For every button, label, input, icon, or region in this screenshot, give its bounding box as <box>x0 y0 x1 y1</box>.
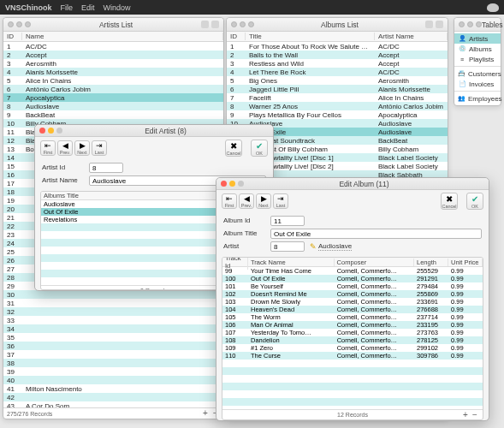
menu-edit[interactable]: Edit <box>81 3 95 12</box>
sidebar-item-artists[interactable]: 👤Artists <box>454 33 501 44</box>
table-row[interactable]: 106Man Or AnimalCornell, Commerfo…233195… <box>222 321 483 329</box>
albums-header: IDTitleArtist Name <box>227 32 448 42</box>
window-controls[interactable] <box>221 181 244 187</box>
table-row[interactable]: 32 <box>3 307 223 316</box>
table-row[interactable]: 37 <box>3 350 223 359</box>
disc-icon: 💿 <box>458 45 466 52</box>
table-row[interactable]: 9Plays Metallica By Four CellosApocalypt… <box>227 110 448 119</box>
table-row[interactable]: 43A Cor Do Som <box>3 401 223 407</box>
nav-first-button[interactable]: ⇤First <box>222 193 237 209</box>
table-row[interactable]: 5Alice In Chains <box>3 76 223 85</box>
window-controls[interactable] <box>231 21 254 27</box>
tables-sidebar: Tables 👤Artists💿Albums≡Playlists📇Custome… <box>454 17 501 106</box>
artists-footer: 275/276 Records +− <box>3 407 223 419</box>
table-row[interactable]: 7Apocalyptica <box>3 93 223 102</box>
add-button[interactable]: + <box>461 411 470 419</box>
sidebar-item-customers[interactable]: 📇Customers <box>454 68 501 79</box>
ok-button[interactable]: ✔OK <box>466 193 483 210</box>
table-row[interactable]: 2Accept <box>3 51 223 59</box>
album-title-label: Album Title <box>223 229 270 237</box>
app-name: VNSChinook <box>5 3 52 12</box>
table-row[interactable]: 9BackBeat <box>3 110 223 119</box>
menubar: VNSChinook File Edit Window <box>0 0 504 15</box>
people-icon: 👥 <box>458 95 465 102</box>
table-row[interactable]: 6Jagged Little PillAlanis Morissette <box>227 85 448 93</box>
pencil-icon[interactable]: ✎ <box>310 242 317 251</box>
table-row[interactable]: 8Warner 25 AnosAntônio Carlos Jobim <box>227 102 448 110</box>
artist-link[interactable]: Audioslave <box>318 242 352 251</box>
cancel-button[interactable]: ✖Cancel <box>225 140 242 157</box>
menu-file[interactable]: File <box>61 3 74 12</box>
table-row[interactable]: 8Audioslave <box>3 102 223 110</box>
table-row[interactable]: 31 <box>3 299 223 307</box>
person-icon: 👤 <box>458 35 466 42</box>
menu-window[interactable]: Window <box>104 3 131 12</box>
artist-id-field[interactable]: 8 <box>89 163 123 173</box>
ok-button[interactable]: ✔OK <box>251 140 268 157</box>
table-row[interactable]: 34 <box>3 324 223 333</box>
table-row[interactable]: 33 <box>3 316 223 324</box>
add-button[interactable]: + <box>201 409 210 418</box>
nav-prev-button[interactable]: ◀Prev. <box>57 140 73 156</box>
artist-label: Artist <box>223 242 270 250</box>
nav-next-button[interactable]: ▶Next <box>256 193 271 209</box>
remove-button[interactable]: − <box>471 411 479 419</box>
table-row[interactable]: 1AC/DC <box>3 42 223 51</box>
table-row[interactable]: 38 <box>3 359 223 367</box>
modal-title: Edit Artist (8) <box>62 127 269 135</box>
table-row[interactable]: 30 <box>3 290 223 299</box>
modal-title: Edit Album (11) <box>244 180 484 188</box>
table-row[interactable]: 102Doesn't Remind MeCornell, Commerfo…25… <box>222 290 483 298</box>
table-row[interactable]: 41Milton Nascimento <box>3 384 223 393</box>
table-row[interactable]: 40 <box>3 376 223 384</box>
sidebar-item-employees[interactable]: 👥Employees <box>454 93 501 104</box>
table-row[interactable]: 3Restless and WildAccept <box>227 59 448 68</box>
table-row[interactable]: 6Antônio Carlos Jobim <box>3 85 223 93</box>
album-title-field[interactable]: Out Of Exile <box>270 229 482 239</box>
sidebar-item-albums[interactable]: 💿Albums <box>454 44 501 54</box>
artists-header: IDName <box>3 32 223 42</box>
table-row[interactable]: 110The CurseCornell, Commerfo…3097860.99 <box>222 352 483 360</box>
nav-first-button[interactable]: ⇤First <box>40 140 56 156</box>
list-icon: ≡ <box>458 56 466 62</box>
doc-icon: 📄 <box>458 80 466 87</box>
nav-prev-button[interactable]: ◀Prev. <box>239 193 254 209</box>
album-id-label: Album Id <box>223 217 270 224</box>
table-row[interactable]: 4Alanis Morissette <box>3 68 223 76</box>
nav-last-button[interactable]: ⇥Last <box>92 140 107 156</box>
sidebar-item-playlists[interactable]: ≡Playlists <box>454 54 501 64</box>
table-row[interactable]: 99Your Time Has ComeCornell, Commerfo…25… <box>222 267 483 275</box>
table-row[interactable]: 3Aerosmith <box>3 59 223 68</box>
table-row[interactable]: 1For Those About To Rock We Salute YouAC… <box>227 42 448 51</box>
table-row[interactable]: 35 <box>3 333 223 342</box>
table-row[interactable]: 36 <box>3 342 223 350</box>
table-row[interactable]: 2Balls to the WallAccept <box>227 51 448 59</box>
nav-last-button[interactable]: ⇥Last <box>273 193 288 209</box>
table-row[interactable]: 39 <box>3 367 223 376</box>
table-row[interactable]: 101Be YourselfCornell, Commerfo…2794840.… <box>222 282 483 290</box>
window-controls[interactable] <box>8 21 31 27</box>
cloud-icon <box>487 3 499 12</box>
window-controls[interactable] <box>39 128 62 134</box>
artist-id-label: Artist Id <box>42 163 89 171</box>
table-row[interactable]: 100Out Of ExileCornell, Commerfo…2912910… <box>222 275 483 282</box>
table-row[interactable]: 105The WormCornell, Commerfo…2377140.99 <box>222 313 483 321</box>
table-row[interactable]: 4Let There Be RockAC/DC <box>227 68 448 76</box>
table-row[interactable]: 104Heaven's DeadCornell, Commerfo…276688… <box>222 306 483 313</box>
table-row[interactable]: 5Big OnesAerosmith <box>227 76 448 85</box>
nav-next-button[interactable]: ▶Next <box>74 140 90 156</box>
table-row[interactable]: 107Yesterday To Tomo…Cornell, Commerfo…2… <box>222 329 483 336</box>
artist-id-field[interactable]: 8 <box>270 241 305 252</box>
table-row[interactable]: 103Drown Me SlowlyCornell, Commerfo…2336… <box>222 298 483 306</box>
card-icon: 📇 <box>458 70 465 77</box>
sidebar-item-invoices[interactable]: 📄Invoices <box>454 79 501 89</box>
table-row[interactable]: 108DandelionCornell, Commerfo…2781250.99 <box>222 336 483 344</box>
tracks-header: Track Id Track Name Composer Length Unit… <box>222 258 483 267</box>
edit-album-modal: Edit Album (11) ⇤First ◀Prev. ▶Next ⇥Las… <box>216 177 489 421</box>
album-id-field[interactable]: 11 <box>270 216 305 226</box>
table-row[interactable]: 109#1 ZeroCornell, Commerfo…2991020.99 <box>222 344 483 352</box>
cancel-button[interactable]: ✖Cancel <box>441 193 458 210</box>
window-title: Artists List <box>31 21 201 29</box>
table-row[interactable]: 7FaceliftAlice In Chains <box>227 93 448 102</box>
table-row[interactable]: 42 <box>3 393 223 401</box>
